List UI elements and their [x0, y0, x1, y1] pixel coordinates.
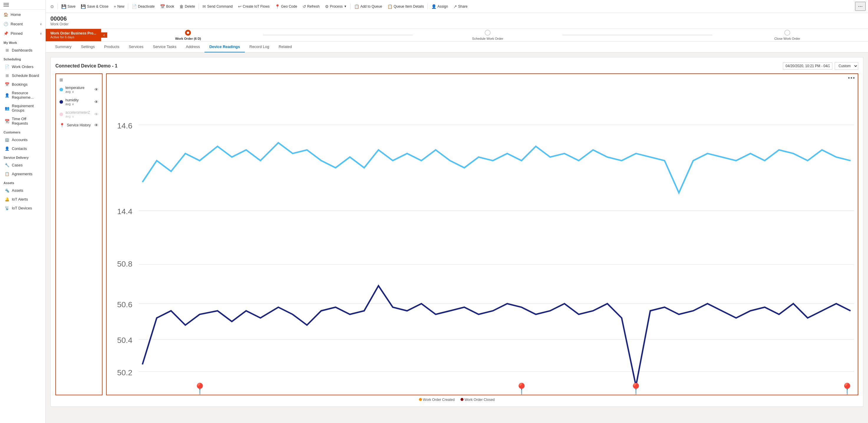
accounts-icon: 🏢 [5, 137, 9, 142]
tab-record-log[interactable]: Record Log [245, 41, 274, 53]
legend-item-accelerometerz: accelerometerZ avg ∨ 👁 [58, 109, 100, 119]
svg-text:14.6: 14.6 [117, 121, 132, 130]
queue-item-details-button[interactable]: 📋 Queue Item Details [385, 3, 426, 10]
create-iot-flows-button[interactable]: ↩ Create IoT Flows [236, 3, 272, 10]
iot-alerts-icon: 🔔 [5, 197, 9, 201]
stage-circle-schedule [485, 30, 491, 36]
tab-related[interactable]: Related [274, 41, 297, 53]
tab-products[interactable]: Products [100, 41, 124, 53]
sidebar-item-agreements[interactable]: 📋 Agreements [0, 169, 45, 178]
accelerometerz-visibility-toggle[interactable]: 👁 [94, 112, 98, 117]
sidebar-item-work-orders[interactable]: 📄 Work Orders [0, 62, 45, 71]
sidebar-item-assets[interactable]: 🔩 Assets [0, 186, 45, 195]
process-button[interactable]: ⚙ Process ▼ [322, 3, 349, 10]
send-command-icon: ✉ [203, 4, 206, 9]
new-icon: + [114, 4, 116, 9]
process-stages: Work Order (6 D) Schedule Work Order Clo… [107, 30, 868, 40]
new-button[interactable]: + New [112, 3, 127, 10]
humidity-sublabel: avg ∨ [65, 102, 79, 106]
sidebar-item-contacts[interactable]: 👤 Contacts [0, 144, 45, 153]
cases-icon: 🔧 [5, 163, 9, 167]
sidebar-item-resource-requirements[interactable]: 👤 Resource Requireme... [0, 89, 45, 102]
date-range-select[interactable]: Custom [835, 62, 858, 70]
sidebar-item-iot-alerts[interactable]: 🔔 IoT Alerts [0, 195, 45, 203]
history-button[interactable]: ⊙ [48, 3, 56, 10]
tab-summary[interactable]: Summary [51, 41, 76, 53]
legend-item-humidity: humidity avg ∨ 👁 [58, 97, 100, 107]
sidebar-item-recent[interactable]: 🕐 Recent ∨ [0, 19, 45, 29]
delete-button[interactable]: 🗑 Delete [177, 3, 197, 10]
book-button[interactable]: 📅 Book [158, 3, 177, 10]
svg-text:14.4: 14.4 [117, 207, 132, 216]
share-icon: ↗ [454, 4, 457, 9]
add-to-queue-button[interactable]: 📋 Add to Queue [352, 3, 384, 10]
status-badge-title: Work Order Business Pro... [51, 31, 96, 35]
chart-svg: 14.6 14.4 50.8 50.6 50.4 50.2 [107, 83, 858, 395]
contacts-icon: 👤 [5, 146, 9, 151]
tab-services[interactable]: Services [124, 41, 148, 53]
pin-icon: 📌 [3, 31, 8, 36]
tab-device-readings[interactable]: Device Readings [205, 41, 245, 53]
resource-req-icon: 👤 [5, 93, 9, 98]
assets-icon: 🔩 [5, 188, 9, 193]
create-iot-flows-icon: ↩ [238, 4, 242, 9]
chart-body: ⊞ temperature avg ∨ 👁 [55, 73, 858, 395]
toolbar: ⊙ 💾 Save 💾 Save & Close + New 📄 Deactiva… [46, 0, 868, 13]
date-range-input[interactable] [783, 62, 832, 69]
sidebar-item-home[interactable]: 🏠 Home [0, 10, 45, 19]
section-label-scheduling: Scheduling [0, 55, 45, 62]
svg-text:50.4: 50.4 [117, 336, 132, 345]
more-options-button[interactable]: ⋯ [855, 2, 866, 11]
chart-footer: Work Order Created Work Order Closed [55, 398, 858, 402]
service-history-visibility-toggle[interactable]: 👁 [94, 123, 98, 128]
chevron-down-icon[interactable]: ∨ [72, 90, 74, 93]
sidebar-item-dashboards[interactable]: ⊞ Dashboards [0, 46, 45, 55]
status-chevron-button[interactable]: ‹ [101, 32, 107, 38]
save-button[interactable]: 💾 Save [59, 3, 78, 10]
geo-code-icon: 📍 [275, 4, 280, 9]
sidebar-item-bookings[interactable]: 📅 Bookings [0, 80, 45, 89]
sidebar-item-iot-devices[interactable]: 📡 IoT Devices [0, 203, 45, 213]
save-close-button[interactable]: 💾 Save & Close [79, 3, 111, 10]
sidebar-item-time-off-requests[interactable]: 📆 Time Off Requests [0, 115, 45, 128]
send-command-button[interactable]: ✉ Send Command [200, 3, 235, 10]
sidebar-item-accounts[interactable]: 🏢 Accounts [0, 135, 45, 144]
iot-devices-icon: 📡 [5, 206, 9, 210]
assign-button[interactable]: 👤 Assign [429, 3, 451, 10]
sidebar-header [0, 0, 45, 10]
chevron-down-icon[interactable]: ∨ [72, 115, 74, 118]
svg-text:📍: 📍 [629, 382, 643, 395]
tab-settings[interactable]: Settings [76, 41, 100, 53]
wo-created-label: Work Order Created [423, 398, 455, 402]
sidebar-item-requirement-groups[interactable]: 👥 Requirement Groups [0, 102, 45, 115]
sidebar-item-pinned[interactable]: 📌 Pinned ∨ [0, 29, 45, 38]
stage-close[interactable]: Close Work Order [712, 30, 862, 40]
humidity-visibility-toggle[interactable]: 👁 [94, 100, 98, 104]
dashboards-icon: ⊞ [5, 48, 9, 53]
tab-address[interactable]: Address [181, 41, 205, 53]
svg-text:📍: 📍 [193, 382, 207, 395]
content-area: Connected Device Demo - 1 Custom ⊞ [46, 53, 868, 423]
tab-service-tasks[interactable]: Service Tasks [148, 41, 181, 53]
time-off-icon: 📆 [5, 119, 9, 123]
sidebar-item-cases[interactable]: 🔧 Cases [0, 161, 45, 169]
bookings-icon: 📅 [5, 82, 9, 87]
temperature-visibility-toggle[interactable]: 👁 [94, 87, 98, 92]
assign-icon: 👤 [431, 4, 436, 9]
deactivate-button[interactable]: 📄 Deactivate [129, 3, 157, 10]
geo-code-button[interactable]: 📍 Geo Code [273, 3, 300, 10]
stage-work-order[interactable]: Work Order (6 D) [113, 30, 263, 40]
sidebar: 🏠 Home 🕐 Recent ∨ 📌 Pinned ∨ My Work ⊞ D… [0, 0, 46, 423]
chart-more-options-button[interactable]: ••• [848, 75, 855, 81]
share-button[interactable]: ↗ Share [451, 3, 470, 10]
layers-icon: ⊞ [58, 76, 100, 85]
stage-line-1 [263, 35, 413, 35]
sidebar-item-schedule-board[interactable]: ⊞ Schedule Board [0, 71, 45, 80]
record-id: 00006 [51, 15, 863, 22]
chart-card: Connected Device Demo - 1 Custom ⊞ [51, 57, 863, 407]
recent-icon: 🕐 [3, 22, 8, 26]
refresh-button[interactable]: ↺ Refresh [300, 3, 322, 10]
hamburger-menu-icon[interactable] [3, 3, 9, 6]
chevron-down-icon[interactable]: ∨ [72, 102, 74, 106]
stage-schedule[interactable]: Schedule Work Order [413, 30, 562, 40]
